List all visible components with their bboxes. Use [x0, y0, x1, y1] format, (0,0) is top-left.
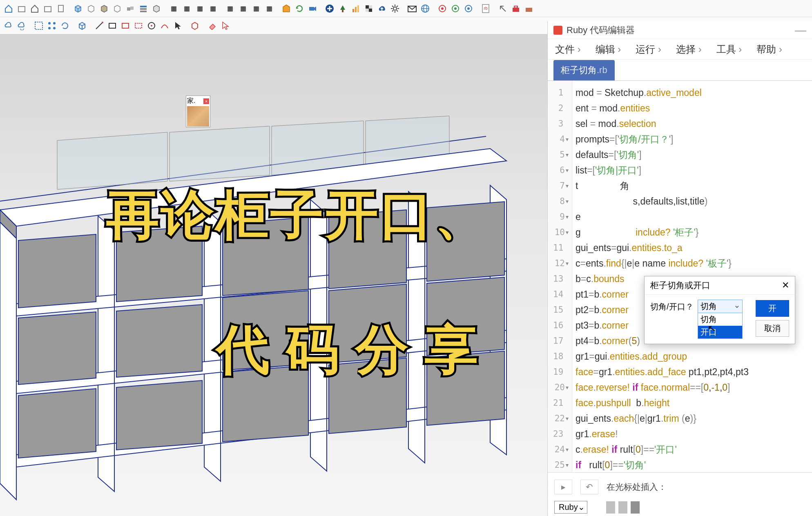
refresh-icon[interactable]	[293, 2, 306, 15]
cubes-d-icon[interactable]: ▦	[207, 2, 219, 15]
eraser-icon[interactable]	[206, 20, 218, 32]
svg-marker-53	[0, 222, 16, 500]
rect-filled-icon[interactable]	[119, 20, 132, 32]
line-gutter: 1 2 3 4▾5▾6▾7▾8▾9▾10▾11 12▾13 14 15 16 1…	[548, 81, 572, 472]
combo-selected[interactable]: 切角	[698, 300, 743, 313]
cloud-sync-icon[interactable]	[2, 20, 15, 32]
globe-icon[interactable]	[419, 2, 431, 15]
cube4-icon[interactable]	[150, 2, 163, 15]
tree-icon[interactable]	[337, 2, 349, 15]
color-swatch-1[interactable]	[606, 501, 615, 514]
target-green-icon[interactable]	[449, 2, 462, 15]
cubes-f-icon[interactable]: ▦	[237, 2, 249, 15]
cubes-h-icon[interactable]: ▦	[263, 2, 275, 15]
chart-icon[interactable]	[350, 2, 362, 15]
plus-circle-icon[interactable]	[323, 2, 336, 15]
editor-title: Ruby 代码编辑器	[567, 24, 635, 36]
arrow-tl-icon[interactable]	[497, 2, 509, 15]
toolbox-icon[interactable]	[510, 2, 522, 15]
combo-option-0[interactable]: 切角	[698, 313, 742, 326]
combo-option-1[interactable]: 开口	[698, 326, 742, 338]
camera-icon[interactable]	[306, 2, 319, 15]
rect-tool-icon[interactable]	[106, 20, 118, 32]
overlay-title-1: 再论柜子开口、	[106, 180, 489, 251]
box2-icon[interactable]	[42, 2, 54, 15]
editor-tabs: 柜子切角.rb	[548, 60, 812, 81]
svg-rect-15	[369, 9, 372, 12]
svg-rect-1	[45, 7, 51, 12]
gear-icon[interactable]	[389, 2, 401, 15]
cubes-b-icon[interactable]: ▦	[181, 2, 193, 15]
circle-tool-icon[interactable]	[145, 20, 158, 32]
component-thumbnail[interactable]: 家.×	[186, 96, 210, 127]
svg-marker-72	[18, 389, 96, 458]
menu-run[interactable]: 运行	[636, 43, 661, 56]
thumb-close-icon[interactable]: ×	[203, 98, 209, 104]
cloud-sync2-icon[interactable]	[16, 20, 28, 32]
wood-material-icon	[187, 106, 209, 127]
toolbox2-icon[interactable]	[523, 2, 535, 15]
cubes-e-icon[interactable]: ▦	[224, 2, 236, 15]
cube-wire-icon[interactable]	[76, 20, 88, 32]
cube-dark-icon[interactable]	[98, 2, 110, 15]
box-wire-icon[interactable]	[189, 20, 201, 32]
menu-file[interactable]: 文件	[555, 43, 581, 56]
dialog-close-icon[interactable]: ✕	[782, 280, 789, 291]
cubes-g-icon[interactable]: ▦	[250, 2, 262, 15]
run-button[interactable]: ▸	[554, 480, 572, 494]
dialog-combo[interactable]: 切角 切角 开口	[698, 300, 743, 339]
house-icon[interactable]	[29, 2, 41, 15]
mail-icon[interactable]	[406, 2, 418, 15]
model-viewport[interactable]: 家.×	[0, 34, 547, 516]
cursor-icon[interactable]	[172, 20, 184, 32]
cubes-a-icon[interactable]: ▦	[167, 2, 180, 15]
box-icon[interactable]	[16, 2, 28, 15]
target-red-icon[interactable]	[436, 2, 448, 15]
cube3-icon[interactable]	[111, 2, 123, 15]
line-tool-icon[interactable]	[93, 20, 105, 32]
undo-button[interactable]: ↶	[580, 480, 598, 494]
ruby-doc-icon[interactable]: rb	[480, 2, 492, 15]
cube-pair-icon[interactable]	[124, 2, 136, 15]
svg-rect-17	[366, 9, 369, 12]
color-swatch-3[interactable]	[631, 501, 640, 514]
svg-rect-31	[513, 8, 519, 12]
cubes-c-icon[interactable]: ▦	[194, 2, 206, 15]
svg-rect-33	[526, 8, 532, 12]
svg-marker-68	[116, 305, 202, 377]
selection-icon[interactable]	[33, 20, 45, 32]
stack-icon[interactable]	[137, 2, 149, 15]
target-blue-icon[interactable]	[462, 2, 475, 15]
dialog-ok-button[interactable]: 开	[756, 300, 789, 317]
menu-select[interactable]: 选择	[676, 43, 702, 56]
rect-dash-icon[interactable]	[132, 20, 145, 32]
dialog-title: 柜子切角或开口	[650, 280, 710, 291]
menu-help[interactable]: 帮助	[756, 43, 782, 56]
svg-marker-48	[170, 126, 270, 181]
color-swatch-2[interactable]	[618, 501, 627, 514]
minimize-icon[interactable]: —	[795, 24, 806, 37]
editor-titlebar: Ruby 代码编辑器 —	[548, 21, 812, 39]
ext-warehouse-icon[interactable]	[280, 2, 292, 15]
tab-file[interactable]: 柜子切角.rb	[553, 60, 615, 80]
nodes-icon[interactable]	[46, 20, 58, 32]
svg-rect-13	[357, 5, 359, 12]
house-blue-icon[interactable]	[2, 2, 15, 15]
cube-blue-icon[interactable]	[72, 2, 84, 15]
cursor2-icon[interactable]	[219, 20, 231, 32]
sketchup-icon	[553, 26, 562, 35]
refresh2-icon[interactable]	[59, 20, 71, 32]
svg-point-40	[102, 22, 103, 23]
dialog-field-label: 切角/开口？	[650, 300, 694, 312]
checker-icon[interactable]	[363, 2, 375, 15]
arc-tool-icon[interactable]	[158, 20, 171, 32]
cloud-up-icon[interactable]	[376, 2, 388, 15]
svg-point-24	[441, 7, 444, 10]
menu-tools[interactable]: 工具	[716, 43, 742, 56]
clipboard-icon[interactable]	[55, 2, 67, 15]
menu-edit[interactable]: 编辑	[596, 43, 621, 56]
dialog-cancel-button[interactable]: 取消	[756, 320, 789, 337]
svg-point-18	[393, 7, 397, 10]
language-select[interactable]: Ruby	[554, 501, 587, 514]
cube-icon[interactable]	[85, 2, 97, 15]
